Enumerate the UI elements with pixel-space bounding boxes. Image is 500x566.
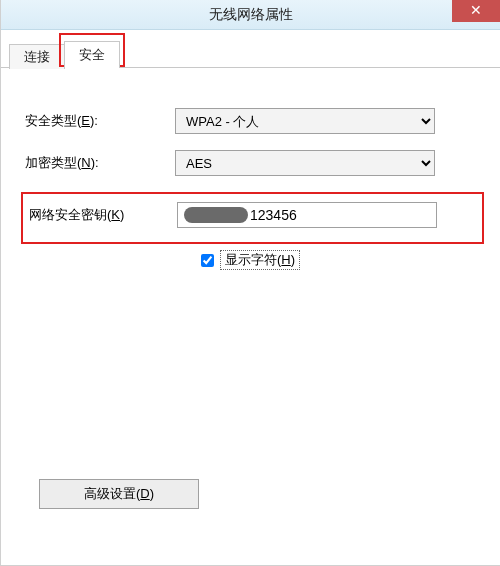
censored-part: [184, 207, 248, 223]
row-show-characters: 显示字符(H): [197, 250, 480, 270]
close-icon: ✕: [470, 3, 482, 17]
select-security-type[interactable]: WPA2 - 个人: [175, 108, 435, 134]
label-security-type: 安全类型(E):: [25, 112, 175, 130]
advanced-settings-button[interactable]: 高级设置(D): [39, 479, 199, 509]
checkbox-show-characters[interactable]: [201, 254, 214, 267]
label-encryption-type: 加密类型(N):: [25, 154, 175, 172]
network-key-visible: 123456: [250, 207, 297, 223]
close-button[interactable]: ✕: [452, 0, 500, 22]
label-show-characters: 显示字符(H): [220, 250, 300, 270]
tab-bar: 连接 安全: [1, 36, 500, 68]
tab-connect[interactable]: 连接: [9, 44, 65, 69]
window-title: 无线网络属性: [209, 6, 293, 24]
label-network-key: 网络安全密钥(K): [29, 206, 177, 224]
tab-security[interactable]: 安全: [64, 41, 120, 68]
highlight-box-key: 网络安全密钥(K) 123456: [21, 192, 484, 244]
tab-content: 安全类型(E): WPA2 - 个人 加密类型(N): AES 网络安全密钥(K…: [1, 68, 500, 290]
dialog-window: 无线网络属性 ✕ 连接 安全 安全类型(E): WPA2 - 个人 加密类型(N…: [0, 0, 500, 566]
row-security-type: 安全类型(E): WPA2 - 个人: [25, 108, 480, 134]
input-network-key[interactable]: 123456: [177, 202, 437, 228]
row-encryption-type: 加密类型(N): AES: [25, 150, 480, 176]
titlebar: 无线网络属性 ✕: [1, 0, 500, 30]
select-encryption-type[interactable]: AES: [175, 150, 435, 176]
row-network-key: 网络安全密钥(K) 123456: [29, 202, 476, 228]
